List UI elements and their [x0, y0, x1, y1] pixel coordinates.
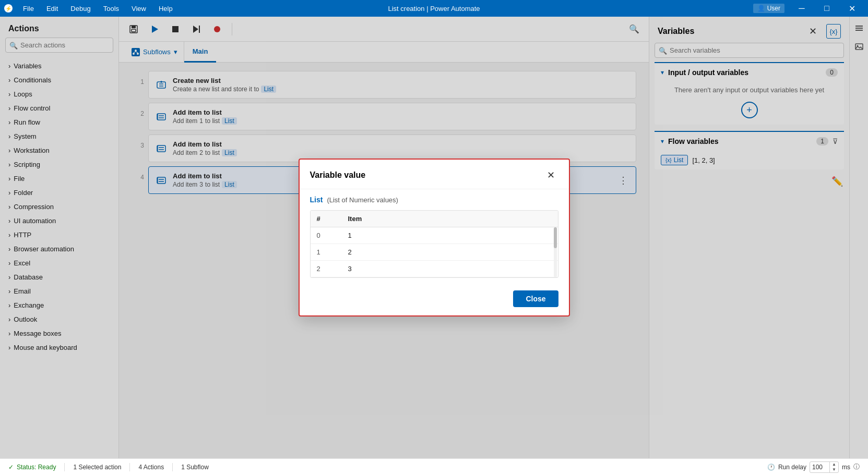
modal-title: Variable value — [310, 170, 544, 180]
table-cell-item-2: 3 — [342, 261, 358, 277]
modal-table: # Item 0 1 1 2 2 3 — [310, 210, 558, 278]
table-row-1: 1 2 — [311, 244, 558, 261]
run-delay-down[interactable]: ▼ — [830, 467, 838, 472]
clock-icon: 🕐 — [767, 464, 775, 471]
modal-table-body: 0 1 1 2 2 3 — [311, 227, 558, 277]
subflow-count: 1 Subflow — [181, 464, 209, 471]
menu-bar: File Edit Debug Tools View Help — [17, 0, 179, 17]
table-cell-index-1: 1 — [311, 244, 342, 260]
run-delay-input-container: 100 ▲ ▼ — [810, 461, 839, 473]
run-delay-up[interactable]: ▲ — [830, 462, 838, 467]
table-cell-index-0: 0 — [311, 227, 342, 243]
modal-header: Variable value ✕ — [300, 160, 569, 189]
status-separator-2 — [129, 463, 130, 471]
table-header-index: # — [311, 211, 342, 227]
run-delay-label: Run delay — [778, 464, 806, 471]
app-icon: ⚡ — [4, 4, 13, 13]
status-separator-1 — [64, 463, 65, 471]
table-cell-index-2: 2 — [311, 261, 342, 277]
status-separator-3 — [172, 463, 173, 471]
maximize-button[interactable]: □ — [815, 0, 839, 17]
run-delay-arrows: ▲ ▼ — [829, 462, 838, 472]
actions-count: 4 Actions — [138, 464, 164, 471]
close-button[interactable]: ✕ — [840, 0, 864, 17]
modal-close-action-button[interactable]: Close — [513, 290, 558, 307]
modal-scrollbar[interactable] — [554, 227, 557, 277]
modal-overlay: Variable value ✕ List (List of Numeric v… — [0, 17, 868, 458]
modal-table-header: # Item — [311, 211, 558, 227]
modal-subtitle: List (List of Numeric values) — [300, 189, 569, 204]
window-controls: 👤User ─ □ ✕ — [753, 0, 864, 17]
table-header-item: Item — [342, 211, 368, 227]
modal-scrollbar-thumb[interactable] — [554, 227, 557, 248]
menu-view[interactable]: View — [125, 0, 152, 17]
check-icon: ✓ — [8, 464, 14, 471]
table-cell-item-0: 1 — [342, 227, 358, 243]
table-row-2: 2 3 — [311, 261, 558, 277]
menu-debug[interactable]: Debug — [64, 0, 97, 17]
selected-action-count: 1 Selected action — [73, 464, 121, 471]
table-cell-item-1: 2 — [342, 244, 358, 260]
info-icon: ⓘ — [853, 462, 860, 471]
menu-tools[interactable]: Tools — [97, 0, 125, 17]
status-ready: ✓ Status: Ready — [8, 464, 56, 471]
menu-help[interactable]: Help — [152, 0, 179, 17]
window-title: List creation | Power Automate — [388, 5, 480, 13]
user-account[interactable]: 👤User — [753, 4, 784, 13]
modal-var-name: List — [310, 196, 323, 204]
table-row-0: 0 1 — [311, 227, 558, 244]
modal-var-type: (List of Numeric values) — [327, 196, 398, 204]
variable-value-modal: Variable value ✕ List (List of Numeric v… — [299, 159, 570, 316]
modal-footer: Close — [300, 284, 569, 315]
run-delay-group: 🕐 Run delay 100 ▲ ▼ ms ⓘ — [767, 461, 860, 473]
run-delay-value[interactable]: 100 — [810, 462, 829, 472]
modal-close-x-button[interactable]: ✕ — [544, 168, 558, 182]
menu-edit[interactable]: Edit — [40, 0, 64, 17]
run-delay-unit: ms — [842, 464, 850, 471]
minimize-button[interactable]: ─ — [790, 0, 814, 17]
status-text: Status: Ready — [17, 464, 56, 471]
status-bar: ✓ Status: Ready 1 Selected action 4 Acti… — [0, 458, 868, 475]
menu-file[interactable]: File — [17, 0, 40, 17]
title-bar: ⚡ File Edit Debug Tools View Help List c… — [0, 0, 868, 17]
